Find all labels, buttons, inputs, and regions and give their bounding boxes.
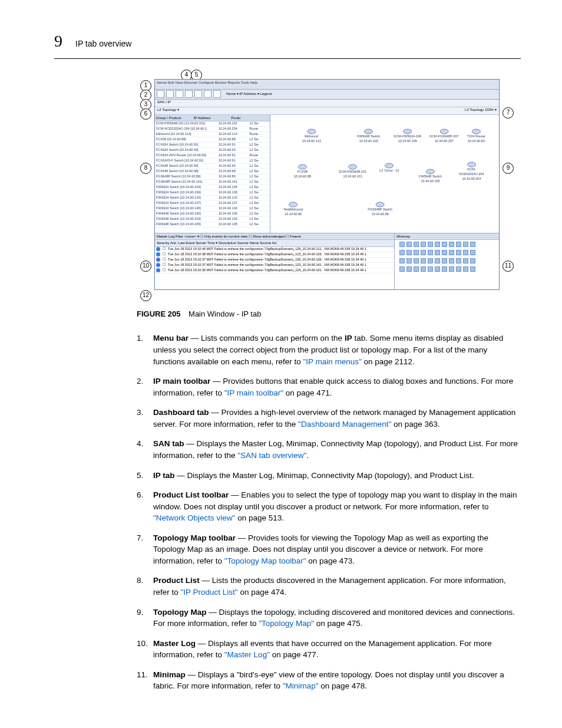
list-item: Minimap — Displays a "bird's-eye" view o…	[137, 669, 521, 692]
topology-node[interactable]: FCX0810.24.60.88	[294, 164, 311, 179]
product-list-row[interactable]: FCX08 [10.24.60.88]10.24.60.88L2 Sw	[155, 137, 270, 143]
topology-node[interactable]: DCM-FWS624-10910.24.60.109	[394, 129, 421, 144]
minimap-node	[406, 242, 412, 247]
minimap-node	[406, 250, 412, 255]
topology-node[interactable]: FGS648P Switch10.24.60.89	[368, 202, 392, 217]
product-list-row[interactable]: FWS624 Switch [10.24.60.106]10.24.60.106…	[155, 190, 270, 196]
minimap-node	[463, 242, 468, 247]
svg-point-0	[308, 129, 316, 134]
figure-caption: FIGURE 205 Main Window - IP tab	[137, 309, 521, 320]
minimap-node	[456, 258, 461, 263]
toolbar-icon[interactable]	[194, 90, 202, 98]
product-list-row[interactable]: FCX648 Switch [10.24.60.98]10.24.60.98L2…	[155, 169, 270, 174]
topology-node[interactable]: TX24 Router10.24.60.83	[467, 129, 485, 144]
product-list-row[interactable]: FGS648P Switch [10.24.60.141]10.24.60.14…	[155, 180, 270, 185]
topology-map-toolbar[interactable]: L2 Topology 100% ▾	[465, 107, 497, 114]
toolbar-icon[interactable]	[213, 90, 221, 98]
product-list-row[interactable]: FGS648P Switch [10.24.60.89]10.24.60.89L…	[155, 174, 270, 180]
product-list-row[interactable]: Elkhound [10.24.60.113]10.24.60.113Route	[155, 132, 270, 137]
xref-link[interactable]: "IP main toolbar"	[224, 388, 283, 397]
masterlog-row[interactable]: ☐Tue Jun 18 2013 15:10:37 MDT Failed to …	[155, 263, 394, 268]
minimap-node	[399, 250, 405, 255]
product-list-row[interactable]: FCX624 Switch [10.24.60.93]10.24.60.93L2…	[155, 148, 270, 153]
list-item: Master Log — Displays all events that ha…	[137, 638, 521, 661]
masterlog-row[interactable]: ☐Tue Jun 18 2013 15:10:37 MDT Failed to …	[155, 258, 394, 263]
product-list-row[interactable]: FCX648 Switch [10.24.60.90]10.24.60.90L2…	[155, 164, 270, 169]
masterlog-toolbar[interactable]: Master Log Filter <none> ▾ ☐ Only events…	[155, 233, 394, 241]
masterlog-row[interactable]: ☐Tue Jun 18 2013 15:10:38 MDT Failed to …	[155, 252, 394, 258]
toolbar-icon[interactable]	[185, 90, 193, 98]
figure-205: 1 2 3 4 5 6 7 8 9 10 11 12 Server Edit V…	[137, 74, 521, 304]
topology-node[interactable]: DCM-FGS648P-20710.24.60.207	[429, 129, 459, 144]
minimap-node	[421, 258, 426, 263]
minimap-node	[470, 266, 475, 272]
list-item: SAN tab — Displays the Master Log, Minim…	[137, 438, 521, 461]
product-list-row[interactable]: FCX624 Switch [10.24.60.91]10.24.60.91L2…	[155, 143, 270, 148]
toolbar-icon[interactable]	[176, 90, 183, 98]
minimap-node	[463, 266, 468, 272]
info-icon	[156, 268, 160, 272]
item-term: Topology Map toolbar	[153, 533, 236, 542]
list-item: Dashboard tab — Provides a high-level ov…	[137, 407, 521, 430]
svg-point-4	[472, 129, 480, 134]
main-toolbar[interactable]: Name ▾ IP Address ▾ Legend	[155, 90, 499, 100]
product-list-row[interactable]: FWS624 Switch [10.24.60.110]10.24.60.110…	[155, 196, 270, 201]
product-list-row[interactable]: DCM-FWS648-101 [10.24.60.101]10.24.60.10…	[155, 121, 270, 127]
xref-link[interactable]: "Minimap"	[283, 681, 319, 690]
list-item: Menu bar — Lists commands you can perfor…	[137, 332, 521, 367]
product-list-row[interactable]: FWS648 Switch [10.24.60.100]10.24.60.100…	[155, 212, 270, 217]
toolbar-icon[interactable]	[166, 90, 174, 98]
topology-map[interactable]: Elkhound10.24.60.113FWS648 Switch10.24.6…	[270, 115, 499, 233]
svg-point-3	[440, 129, 448, 134]
svg-point-9	[467, 162, 475, 167]
xref-link[interactable]: "Master Log"	[224, 650, 270, 659]
callout-8: 8	[140, 163, 151, 174]
product-list-toolbar[interactable]: L2 Topology ▾	[157, 107, 179, 114]
minimap-node	[442, 258, 447, 263]
product-list-row[interactable]: FWS624 Switch [10.24.60.104]10.24.60.104…	[155, 185, 270, 190]
topology-node[interactable]: FWS648 Switch10.24.60.103	[357, 129, 380, 144]
masterlog-row[interactable]: ☐Tue Jun 18 2013 15:10:36 MDT Failed to …	[155, 268, 394, 274]
minimap-node	[456, 250, 461, 255]
master-log[interactable]: Master Log Filter <none> ▾ ☐ Only events…	[155, 233, 395, 290]
toolbar-text: Name ▾ IP Address ▾ Legend	[226, 91, 272, 97]
topology-node[interactable]: FWS648 Switch10.24.60.105	[419, 169, 442, 184]
xref-link[interactable]: "Topology Map toolbar"	[224, 556, 306, 565]
xref-link[interactable]: "Dashboard Management"	[298, 420, 391, 429]
xref-link[interactable]: "IP Product List"	[181, 588, 238, 597]
xref-link[interactable]: "Topology Map"	[259, 619, 314, 628]
topology-node[interactable]: DCM-FWS648-10110.24.60.101	[339, 164, 366, 179]
topology-node[interactable]: Elkhound10.24.60.113	[302, 129, 321, 144]
minimap-node	[463, 258, 468, 263]
tabs-row[interactable]: SAN / IP	[155, 100, 499, 107]
product-list-row[interactable]: FCX624-ADV Router [10.24.60.92]10.24.60.…	[155, 153, 270, 159]
xref-link[interactable]: "Network Objects view"	[153, 513, 235, 522]
minimap-node	[421, 250, 426, 255]
product-list-row[interactable]: DCM-NCES2024C-204 [10.24.60.2..10.24.60.…	[155, 127, 270, 132]
list-item: IP tab — Displays the Master Log, Minima…	[137, 470, 521, 482]
product-list-row[interactable]: FWS624 Switch [10.24.60.107]10.24.60.107…	[155, 201, 270, 206]
callout-10: 10	[140, 261, 151, 272]
minimap-node	[406, 266, 412, 272]
product-list-row[interactable]: FWS648 Switch [10.24.60.103]10.24.60.103…	[155, 217, 270, 222]
svg-point-5	[298, 164, 306, 169]
product-list[interactable]: Group / Product IP Address Produ DCM-FWS…	[155, 115, 270, 233]
topology-node[interactable]: DCM-NCES2024C-20410.24.60.204	[458, 162, 485, 182]
masterlog-row[interactable]: ☐Tue Jun 18 2013 15:10:40 MDT Failed to …	[155, 247, 394, 252]
topology-node[interactable]: L2 Cloud - 12	[379, 163, 399, 173]
product-list-row[interactable]: FCX624S-F Switch [10.24.60.91]10.24.60.9…	[155, 159, 270, 164]
toolbar-icon[interactable]	[204, 90, 211, 98]
topology-node[interactable]: TestElkhound10.24.60.80	[283, 202, 303, 217]
xref-link[interactable]: "SAN tab overview"	[237, 451, 306, 460]
minimap-node	[428, 266, 433, 272]
svg-point-11	[376, 202, 384, 207]
toolbar-icon[interactable]	[157, 90, 164, 98]
product-list-row[interactable]: FWS648 Switch [10.24.60.105]10.24.60.105…	[155, 222, 270, 228]
menu-bar[interactable]: Server Edit View Discover Configure Moni…	[155, 80, 499, 90]
callout-7: 7	[503, 107, 514, 118]
product-list-row[interactable]: FWS624 Switch [10.24.60.140]10.24.60.140…	[155, 206, 270, 212]
figure-label: FIGURE 205	[137, 309, 180, 318]
callout-11: 11	[503, 261, 514, 272]
minimap[interactable]: Minimap	[395, 233, 499, 290]
xref-link[interactable]: "IP main menus"	[303, 357, 361, 366]
